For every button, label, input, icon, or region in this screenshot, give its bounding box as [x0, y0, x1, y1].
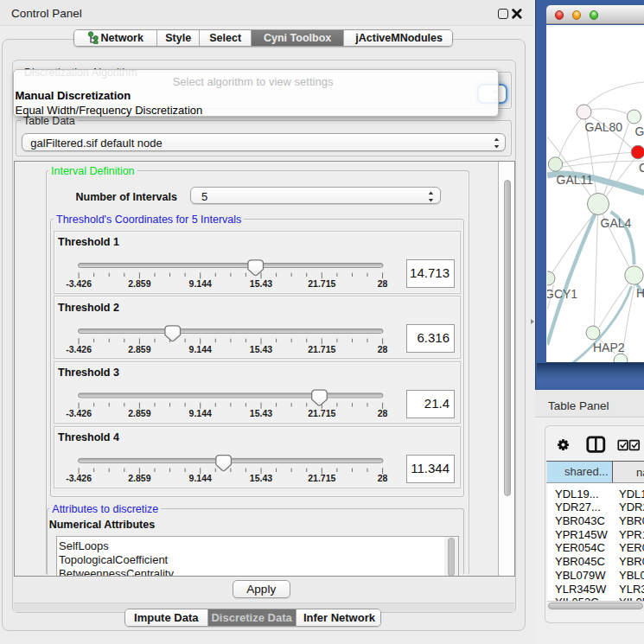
svg-text:CDC: CDC	[639, 161, 644, 175]
svg-text:HAP2: HAP2	[593, 341, 625, 354]
svg-text:GAL3: GAL3	[634, 124, 644, 138]
svg-text:GCY1: GCY1	[547, 287, 577, 301]
svg-text:GAL4: GAL4	[600, 216, 631, 230]
svg-text:GAL80: GAL80	[584, 120, 622, 134]
svg-text:HIS: HIS	[636, 286, 644, 300]
svg-text:GAL11: GAL11	[556, 173, 593, 187]
